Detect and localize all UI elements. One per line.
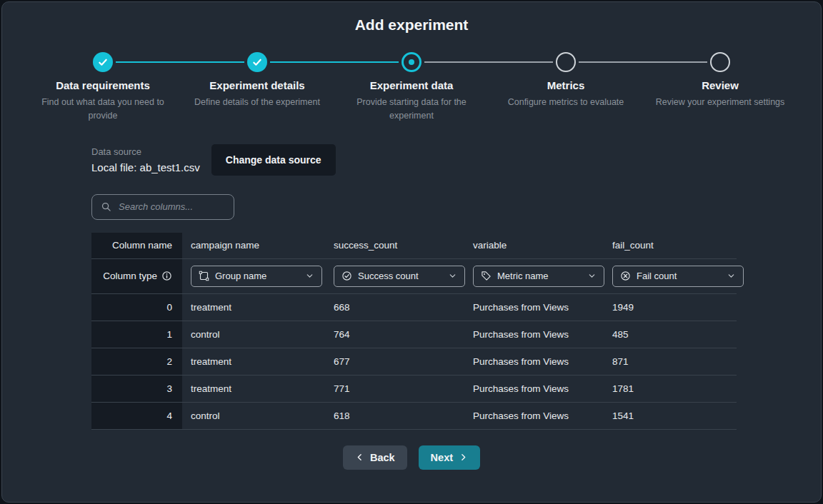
cell-variable: Purchases from Views bbox=[464, 356, 604, 367]
selected-column-type: Success count bbox=[358, 271, 442, 281]
cell-success-count: 764 bbox=[325, 329, 464, 340]
step-label: Experiment details bbox=[209, 79, 304, 91]
wizard-footer: Back Next bbox=[2, 445, 821, 470]
search-columns-box[interactable] bbox=[91, 194, 234, 220]
page-title: Add experiment bbox=[2, 16, 821, 34]
column-type-label: Column type bbox=[103, 271, 157, 281]
step-upcoming-icon bbox=[556, 52, 576, 72]
cell-success-count: 618 bbox=[325, 410, 464, 421]
step-label: Review bbox=[702, 79, 739, 91]
step-experiment-data[interactable]: Experiment data Provide starting data fo… bbox=[334, 52, 489, 123]
column-type-select-success-count[interactable]: Success count bbox=[334, 266, 465, 287]
step-active-icon bbox=[401, 52, 422, 72]
cell-success-count: 668 bbox=[325, 302, 464, 313]
cell-variable: Purchases from Views bbox=[464, 302, 604, 313]
change-data-source-button[interactable]: Change data source bbox=[211, 144, 336, 176]
tag-icon bbox=[481, 271, 492, 281]
stepper: Data requirements Find out what data you… bbox=[26, 52, 797, 123]
step-completed-icon bbox=[247, 52, 267, 72]
search-columns-input[interactable] bbox=[117, 201, 225, 213]
cell-fail-count: 871 bbox=[604, 356, 737, 367]
info-icon[interactable] bbox=[161, 271, 172, 281]
cell-campaign-name: treatment bbox=[182, 383, 325, 394]
column-header: fail_count bbox=[604, 240, 737, 251]
step-description: Define details of the experiment bbox=[194, 96, 320, 109]
table-row: 2 treatment 677 Purchases from Views 871 bbox=[91, 348, 737, 376]
step-description: Provide starting data for the experiment bbox=[341, 96, 482, 123]
row-index: 0 bbox=[91, 294, 182, 321]
check-circle-icon bbox=[341, 271, 352, 281]
step-label: Metrics bbox=[547, 79, 585, 91]
step-description: Configure metrics to evaluate bbox=[508, 96, 624, 109]
column-header: variable bbox=[464, 240, 604, 251]
column-type-select-fail-count[interactable]: Fail count bbox=[612, 266, 744, 287]
cell-fail-count: 1541 bbox=[604, 410, 737, 421]
column-type-select-metric-name[interactable]: Metric name bbox=[473, 266, 604, 287]
chevron-down-icon bbox=[305, 271, 314, 281]
cell-campaign-name: control bbox=[182, 410, 325, 421]
add-experiment-dialog: Add experiment Data requirements Find ou… bbox=[1, 1, 822, 503]
cell-fail-count: 485 bbox=[604, 329, 737, 340]
data-source-value: Local file: ab_test1.csv bbox=[91, 161, 200, 173]
row-index: 2 bbox=[91, 348, 182, 375]
step-upcoming-icon bbox=[710, 52, 730, 72]
selected-column-type: Fail count bbox=[637, 271, 721, 281]
cell-fail-count: 1781 bbox=[604, 383, 737, 394]
column-name-header: Column name bbox=[91, 233, 182, 258]
table-row: 1 control 764 Purchases from Views 485 bbox=[91, 321, 737, 348]
search-icon bbox=[101, 201, 111, 212]
step-data-requirements[interactable]: Data requirements Find out what data you… bbox=[26, 52, 180, 123]
cell-success-count: 677 bbox=[325, 356, 464, 367]
row-index: 1 bbox=[91, 321, 182, 348]
step-label: Experiment data bbox=[370, 79, 454, 91]
chevron-down-icon bbox=[727, 271, 736, 281]
cell-campaign-name: treatment bbox=[182, 302, 325, 313]
step-experiment-details[interactable]: Experiment details Define details of the… bbox=[180, 52, 334, 123]
chevron-down-icon bbox=[587, 271, 597, 281]
back-button-label: Back bbox=[370, 452, 395, 463]
cell-campaign-name: control bbox=[182, 329, 325, 340]
table-header-row: Column name campaign name success_count … bbox=[91, 233, 737, 259]
cell-success-count: 771 bbox=[325, 383, 464, 394]
row-index: 4 bbox=[91, 403, 182, 429]
cell-variable: Purchases from Views bbox=[464, 329, 604, 340]
column-header: success_count bbox=[325, 240, 464, 251]
cell-variable: Purchases from Views bbox=[464, 383, 604, 394]
table-row: 4 control 618 Purchases from Views 1541 bbox=[91, 403, 737, 430]
next-button[interactable]: Next bbox=[419, 445, 480, 470]
cell-campaign-name: treatment bbox=[182, 356, 325, 367]
step-completed-icon bbox=[93, 52, 113, 72]
group-icon bbox=[199, 271, 209, 281]
column-type-select-group-name[interactable]: Group name bbox=[191, 266, 322, 287]
table-row: 3 treatment 771 Purchases from Views 178… bbox=[91, 376, 737, 403]
chevron-left-icon bbox=[355, 453, 364, 462]
step-description: Find out what data you need to provide bbox=[33, 96, 173, 123]
chevron-right-icon bbox=[459, 453, 468, 462]
data-source-label: Data source bbox=[91, 146, 200, 157]
column-type-row: Column type Group name bbox=[91, 259, 737, 294]
data-source-section: Data source Local file: ab_test1.csv Cha… bbox=[91, 144, 732, 176]
chevron-down-icon bbox=[448, 271, 457, 281]
step-review[interactable]: Review Review your experiment settings bbox=[643, 52, 797, 123]
cell-fail-count: 1949 bbox=[604, 302, 737, 313]
columns-table: Column name campaign name success_count … bbox=[91, 233, 737, 430]
next-button-label: Next bbox=[431, 452, 453, 463]
step-metrics[interactable]: Metrics Configure metrics to evaluate bbox=[489, 52, 643, 123]
row-index: 3 bbox=[91, 376, 182, 402]
x-circle-icon bbox=[620, 271, 631, 281]
selected-column-type: Metric name bbox=[497, 271, 582, 281]
cell-variable: Purchases from Views bbox=[464, 410, 604, 421]
column-type-header: Column type bbox=[91, 259, 182, 293]
step-label: Data requirements bbox=[56, 79, 150, 91]
column-header: campaign name bbox=[182, 240, 325, 251]
back-button[interactable]: Back bbox=[343, 445, 407, 470]
selected-column-type: Group name bbox=[215, 271, 299, 281]
table-row: 0 treatment 668 Purchases from Views 194… bbox=[91, 294, 737, 321]
step-description: Review your experiment settings bbox=[656, 96, 785, 109]
